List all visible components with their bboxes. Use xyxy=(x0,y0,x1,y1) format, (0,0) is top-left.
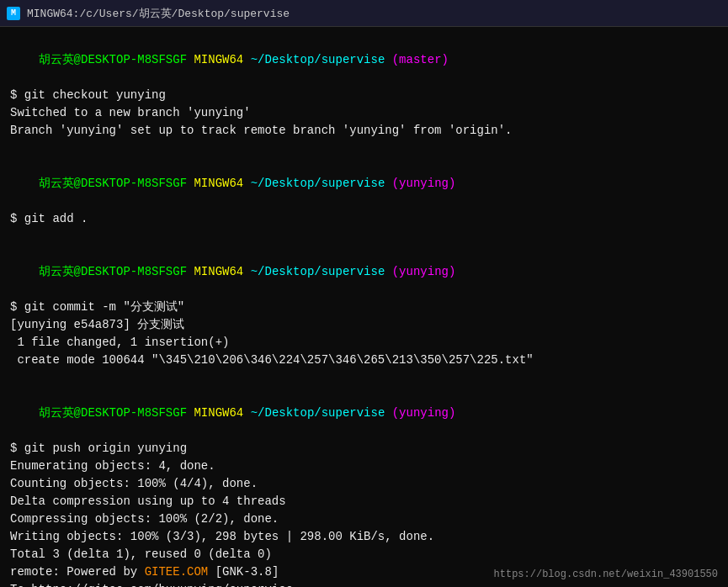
title-icon-text: M xyxy=(11,8,16,18)
output-4f: Total 3 (delta 1), reused 0 (delta 0) xyxy=(10,546,718,563)
watermark: https://blog.csdn.net/weixin_43901550 xyxy=(494,568,718,580)
output-4a: Enumerating objects: 4, done. xyxy=(10,457,718,475)
output-3b: 1 file changed, 1 insertion(+) xyxy=(10,334,718,352)
title-bar-text: MINGW64:/c/Users/胡云英/Desktop/supervise xyxy=(27,6,290,21)
cmd-4: $ git push origin yunying xyxy=(10,440,718,457)
output-3c: create mode 100644 "\345\210\206\346\224… xyxy=(10,352,718,369)
title-bar: M MINGW64:/c/Users/胡云英/Desktop/supervise xyxy=(0,0,728,27)
prompt-line-3: 胡云英@DESKTOP-M8SFSGF MINGW64 ~/Desktop/su… xyxy=(10,246,718,299)
cmd-3: $ git commit -m "分支测试" xyxy=(10,299,718,316)
terminal: 胡云英@DESKTOP-M8SFSGF MINGW64 ~/Desktop/su… xyxy=(0,27,728,587)
output-4e: Writing objects: 100% (3/3), 298 bytes |… xyxy=(10,528,718,546)
prompt-line-4: 胡云英@DESKTOP-M8SFSGF MINGW64 ~/Desktop/su… xyxy=(10,387,718,440)
cmd-2: $ git add . xyxy=(10,210,718,228)
title-bar-icon: M xyxy=(7,7,20,20)
output-4b: Counting objects: 100% (4/4), done. xyxy=(10,475,718,493)
output-4d: Compressing objects: 100% (2/2), done. xyxy=(10,510,718,528)
spacer-2 xyxy=(10,228,718,246)
output-1b: Branch 'yunying' set up to track remote … xyxy=(10,122,718,140)
spacer-1 xyxy=(10,140,718,157)
gitee-link: GITEE.COM xyxy=(145,565,209,579)
spacer-3 xyxy=(10,369,718,387)
prompt-line-2: 胡云英@DESKTOP-M8SFSGF MINGW64 ~/Desktop/su… xyxy=(10,157,718,210)
output-3a: [yunying e54a873] 分支测试 xyxy=(10,316,718,334)
output-4c: Delta compression using up to 4 threads xyxy=(10,493,718,510)
output-4h: To https://gitee.com/huyunying/supervise xyxy=(10,581,718,587)
prompt-user-1: 胡云英 xyxy=(39,53,74,66)
prompt-line-1: 胡云英@DESKTOP-M8SFSGF MINGW64 ~/Desktop/su… xyxy=(10,34,718,87)
output-1a: Switched to a new branch 'yunying' xyxy=(10,104,718,122)
cmd-1: $ git checkout yunying xyxy=(10,87,718,104)
